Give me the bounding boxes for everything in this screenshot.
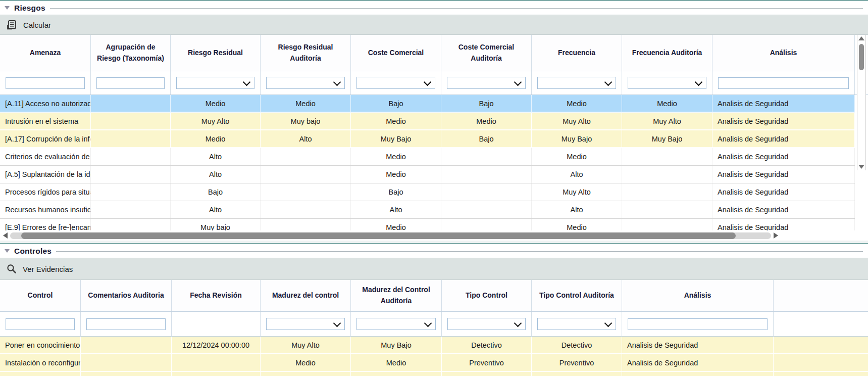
filter-input[interactable]	[86, 318, 166, 330]
table-cell: Muy Bajo	[351, 337, 442, 353]
table-cell: Alto	[532, 166, 622, 183]
column-header[interactable]: Madurez del Control Auditoría	[351, 280, 442, 311]
collapse-triangle-icon[interactable]	[5, 6, 10, 10]
table-cell: Analisis de Seguridad	[712, 166, 855, 183]
table-cell: Medio	[351, 354, 442, 371]
filter-select[interactable]	[537, 77, 616, 89]
table-cell: Muy Bajo	[532, 130, 622, 147]
column-header[interactable]: Análisis	[622, 280, 774, 311]
filter-select[interactable]	[537, 318, 616, 330]
table-cell: Preventivo	[532, 354, 622, 371]
table-cell: Muy Alto	[532, 183, 622, 201]
riesgos-grid: AmenazaAgrupación de Riesgo (Taxonomía)R…	[0, 35, 868, 230]
table-cell	[172, 372, 261, 376]
filter-select[interactable]	[628, 77, 706, 89]
chevron-down-icon	[424, 78, 432, 86]
table-cell: 12/12/2024 00:00:00	[172, 337, 261, 353]
scroll-down-icon[interactable]	[858, 165, 864, 169]
column-header[interactable]: Frecuencia Auditoría	[622, 35, 712, 71]
table-cell: Medio	[532, 95, 622, 112]
filter-input[interactable]	[96, 77, 165, 89]
table-row[interactable]	[0, 372, 868, 376]
filter-cell	[532, 312, 622, 336]
table-cell: Medio	[532, 148, 622, 165]
column-header[interactable]: Amenaza	[0, 35, 91, 71]
vertical-scrollbar[interactable]	[857, 35, 866, 170]
table-body: Poner en conocimiento12/12/2024 00:00:00…	[0, 337, 868, 376]
filter-cell	[171, 71, 261, 95]
table-cell: Alto	[171, 166, 261, 183]
controles-panel-header: Controles	[0, 244, 868, 258]
table-cell	[91, 95, 171, 112]
column-header[interactable]: Análisis	[712, 35, 855, 71]
table-row[interactable]: Procesos rígidos para situacionesBajoBaj…	[0, 183, 855, 201]
filter-select[interactable]	[266, 318, 345, 330]
riesgos-panel: Riesgos Calcular AmenazaAgrupación de Ri…	[0, 0, 868, 241]
column-header[interactable]: Riesgo Residual	[171, 35, 261, 71]
table-row[interactable]: [E.9] Errores de [re-]encaminamientoMuy …	[0, 219, 855, 230]
table-cell	[441, 148, 532, 165]
table-cell: Medio	[171, 130, 261, 147]
column-header[interactable]: Tipo Control	[442, 280, 532, 311]
filter-cell	[0, 71, 91, 95]
column-header[interactable]: Madurez del control	[261, 280, 351, 311]
filter-select[interactable]	[447, 318, 526, 330]
table-cell	[261, 166, 351, 183]
table-body: [A.11] Acceso no autorizadoMedioMedioBaj…	[0, 95, 855, 230]
column-header[interactable]: Agrupación de Riesgo (Taxonomía)	[91, 35, 171, 71]
filter-select[interactable]	[447, 77, 526, 89]
filter-input[interactable]	[628, 318, 768, 330]
scroll-up-icon[interactable]	[858, 36, 864, 40]
filter-select[interactable]	[266, 77, 345, 89]
table-cell	[81, 372, 172, 376]
column-header[interactable]: Frecuencia	[532, 35, 622, 71]
horizontal-scrollbar[interactable]	[0, 230, 780, 241]
table-cell	[0, 372, 81, 376]
controles-panel: Controles Ver Evidencias ControlComentar…	[0, 243, 868, 376]
column-header[interactable]: Tipo Control Auditoría	[532, 280, 622, 311]
horizontal-scroll-thumb[interactable]	[21, 232, 736, 239]
scroll-right-icon[interactable]	[774, 232, 778, 239]
filter-input[interactable]	[6, 77, 85, 89]
table-cell: Medio	[441, 113, 532, 129]
vertical-scroll-thumb[interactable]	[859, 44, 864, 70]
search-icon	[6, 263, 17, 274]
table-row[interactable]: Poner en conocimiento12/12/2024 00:00:00…	[0, 337, 868, 354]
column-header[interactable]: Fecha Revisión	[172, 280, 261, 311]
table-cell: [A.17] Corrupción de la información	[0, 130, 91, 147]
table-cell: Alto	[261, 130, 351, 147]
column-header[interactable]: Control	[0, 280, 81, 311]
filter-cell	[261, 71, 351, 95]
calcular-button[interactable]: Calcular	[6, 19, 51, 31]
table-cell	[261, 201, 351, 218]
filter-select[interactable]	[176, 77, 254, 89]
filter-input[interactable]	[6, 318, 75, 330]
filter-select[interactable]	[356, 77, 435, 89]
table-row[interactable]: [A.17] Corrupción de la informaciónMedio…	[0, 130, 855, 148]
chevron-down-icon	[333, 78, 341, 86]
horizontal-scroll-track[interactable]	[10, 232, 771, 239]
table-cell: Medio	[261, 95, 351, 112]
calcular-button-label: Calcular	[23, 21, 51, 29]
column-header[interactable]: Riesgo Residual Auditoría	[261, 35, 351, 71]
table-row[interactable]: Criterios de evaluación deAltoMedioMedio…	[0, 148, 855, 166]
column-header[interactable]: Coste Comercial Auditoría	[441, 35, 532, 71]
table-row[interactable]: [A.11] Acceso no autorizadoMedioMedioBaj…	[0, 95, 855, 113]
table-row[interactable]: Instalación o reconfiguraciónMedioMedioP…	[0, 354, 868, 372]
filter-cell	[351, 312, 442, 336]
table-row[interactable]: [A.5] Suplantación de la identidadAltoMe…	[0, 166, 855, 183]
column-header[interactable]: Comentarios Auditoria	[81, 280, 172, 311]
table-cell	[622, 372, 774, 376]
filter-input[interactable]	[718, 77, 849, 89]
collapse-triangle-icon[interactable]	[5, 249, 10, 253]
table-cell: Alto	[171, 201, 261, 218]
table-cell	[261, 148, 351, 165]
filter-select[interactable]	[356, 318, 436, 330]
table-row[interactable]: Recursos humanos insuficientesAltoAltoAl…	[0, 201, 855, 219]
table-cell: Bajo	[351, 183, 441, 201]
column-header[interactable]: Coste Comercial	[351, 35, 441, 71]
scroll-left-icon[interactable]	[3, 232, 8, 239]
ver-evidencias-button[interactable]: Ver Evidencias	[6, 263, 73, 274]
table-row[interactable]: Intrusión en el sistemaMuy AltoMuy bajoM…	[0, 113, 855, 130]
table-cell: Muy bajo	[261, 113, 351, 129]
